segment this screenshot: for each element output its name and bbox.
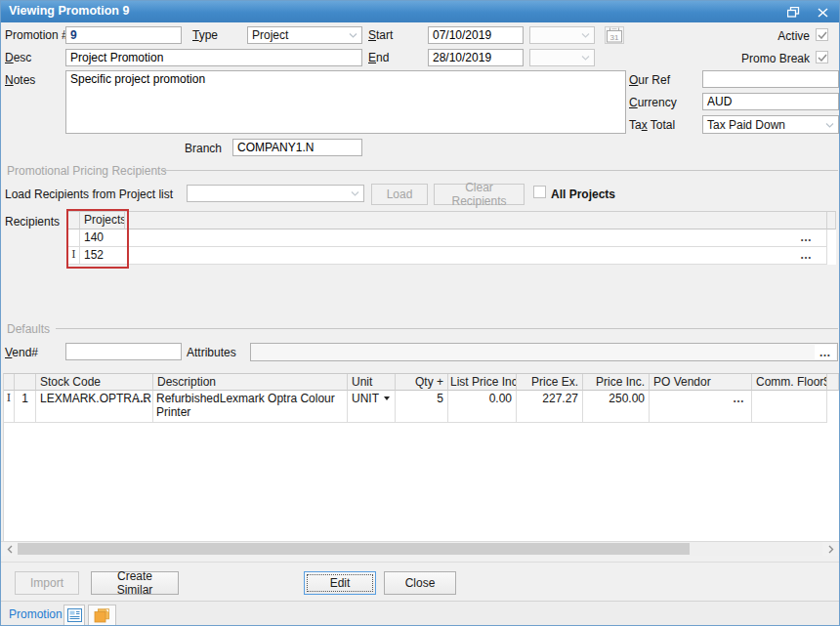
active-checkbox[interactable]	[816, 28, 828, 41]
start-label: Start	[368, 27, 393, 43]
close-button[interactable]	[812, 4, 833, 21]
stock-grid: Stock Code Description Unit Qty + List P…	[3, 373, 839, 541]
price-ex-header[interactable]: Price Ex.	[517, 374, 583, 391]
all-projects-checkbox[interactable]	[533, 186, 546, 198]
check-icon	[818, 31, 827, 39]
start-time-select[interactable]	[529, 26, 595, 44]
vend-number-input[interactable]	[65, 343, 182, 360]
tab-documents[interactable]	[88, 605, 116, 626]
project-cell: 140	[80, 230, 125, 247]
chevron-down-icon	[825, 123, 834, 128]
unit-dropdown-arrow-icon[interactable]	[384, 396, 390, 403]
tab-promotion[interactable]: Promotion	[9, 607, 63, 621]
stock-grid-header: Stock Code Description Unit Qty + List P…	[4, 374, 839, 391]
folders-icon	[94, 608, 110, 623]
recipients-grid-header: Projects	[68, 212, 836, 230]
horizontal-scrollbar[interactable]	[1, 541, 839, 556]
calendar-icon: 31	[606, 27, 623, 43]
unit-cell: UNIT	[348, 391, 396, 423]
stock-code-header[interactable]: Stock Code	[36, 374, 153, 391]
restore-icon	[787, 7, 800, 18]
end-time-select[interactable]	[529, 49, 595, 66]
chevron-down-icon	[349, 33, 357, 38]
close-footer-button[interactable]: Close	[384, 571, 456, 595]
description-header[interactable]: Description	[153, 374, 348, 391]
row-indicator-cell: I	[4, 391, 15, 423]
close-icon	[818, 8, 828, 18]
tax-total-select-value: Tax Paid Down	[707, 118, 785, 132]
our-ref-label: Our Ref	[629, 72, 670, 88]
stock-code-cell: LEXMARK.OPTRA.R …	[36, 391, 153, 423]
price-inc-header[interactable]: Price Inc.	[583, 374, 650, 391]
chevron-right-icon	[828, 545, 834, 554]
create-similar-button[interactable]: Create Similar	[91, 571, 179, 595]
list-price-inc-header[interactable]: List Price Inc.	[448, 374, 517, 391]
check-icon	[818, 54, 827, 62]
chevron-left-icon	[7, 545, 13, 554]
recipient-detail-cell: …	[125, 230, 827, 247]
restore-button[interactable]	[782, 4, 804, 21]
end-date-input[interactable]	[428, 49, 524, 66]
row-indicator-header	[68, 212, 80, 230]
load-button[interactable]: Load	[371, 184, 428, 205]
po-vendor-header[interactable]: PO Vendor	[650, 374, 752, 391]
desc-input[interactable]	[65, 49, 362, 66]
project-list-select[interactable]	[187, 185, 364, 202]
qty-cell: 5	[396, 391, 448, 423]
comm-floor-header[interactable]: Comm. Floor$	[752, 374, 827, 391]
branch-input[interactable]	[232, 139, 362, 156]
ellipsis-button[interactable]: …	[800, 230, 813, 244]
titlebar: Viewing Promotion 9	[1, 1, 839, 22]
attributes-input[interactable]: …	[250, 343, 838, 361]
row-indicator-cell: I	[68, 247, 80, 265]
scroll-left-button[interactable]	[1, 542, 18, 556]
scroll-right-button[interactable]	[822, 542, 839, 556]
calendar-button[interactable]: 31	[605, 26, 624, 44]
tax-total-select[interactable]: Tax Paid Down	[702, 115, 839, 134]
unit-header[interactable]: Unit	[348, 374, 396, 391]
attributes-ellipsis-button[interactable]: …	[815, 345, 836, 359]
stock-code-ellipsis-button[interactable]: …	[136, 392, 148, 405]
recipients-label: Recipients	[5, 214, 60, 230]
tab-detail-view[interactable]	[63, 605, 85, 626]
notes-textarea[interactable]: Specific project promotion	[65, 70, 626, 134]
our-ref-input[interactable]	[702, 70, 839, 88]
po-vendor-ellipsis-button[interactable]: …	[733, 392, 745, 405]
promo-break-checkbox[interactable]	[816, 51, 828, 63]
recipients-row[interactable]: I 152 …	[68, 247, 836, 265]
row-indicator-header	[4, 374, 15, 391]
desc-label: Desc	[5, 50, 31, 65]
currency-input[interactable]	[702, 93, 839, 110]
import-button[interactable]: Import	[15, 571, 79, 595]
attributes-label: Attributes	[187, 345, 236, 360]
start-date-input[interactable]	[428, 26, 524, 44]
clear-recipients-button[interactable]: Clear Recipients	[434, 184, 525, 205]
viewing-promotion-window: Viewing Promotion 9 Promotion # Type Pro…	[0, 0, 840, 626]
type-select-value: Project	[252, 28, 288, 42]
stock-row[interactable]: I 1 LEXMARK.OPTRA.R … RefurbishedLexmark…	[4, 391, 839, 423]
promo-break-label: Promo Break	[741, 51, 810, 66]
branch-label: Branch	[185, 141, 222, 156]
defaults-group-title: Defaults	[7, 322, 50, 336]
edit-button[interactable]: Edit	[304, 571, 376, 595]
chevron-down-icon	[581, 33, 590, 38]
ellipsis-button[interactable]: …	[800, 248, 813, 262]
recipient-detail-cell: …	[125, 247, 827, 265]
promotion-number-input[interactable]	[65, 26, 182, 44]
comm-floor-cell	[752, 391, 827, 423]
group-divider	[163, 170, 838, 171]
qty-header[interactable]: Qty +	[396, 374, 448, 391]
recipients-row[interactable]: 140 …	[68, 230, 836, 247]
projects-column-header[interactable]: Projects	[80, 212, 125, 230]
chevron-down-icon	[581, 56, 590, 61]
svg-text:31: 31	[610, 33, 619, 42]
scrollbar-thumb[interactable]	[18, 543, 690, 555]
type-select[interactable]: Project	[247, 26, 362, 44]
vend-number-label: Vend#	[5, 345, 38, 360]
promotion-number-label: Promotion #	[5, 27, 68, 43]
type-label: Type	[192, 27, 218, 43]
bottom-tabbar: Promotion	[1, 601, 839, 626]
row-number-cell: 1	[15, 391, 36, 423]
price-inc-cell: 250.00	[583, 391, 650, 423]
project-cell: 152	[80, 247, 125, 265]
